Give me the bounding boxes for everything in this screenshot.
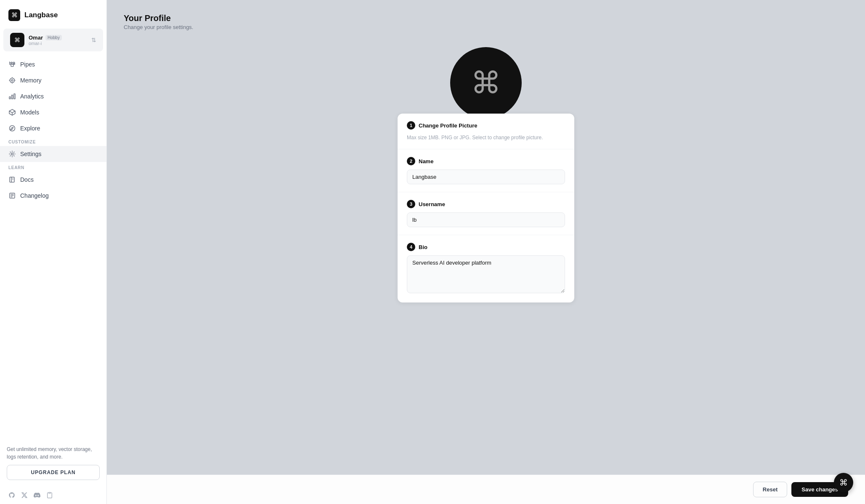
svg-rect-4	[14, 94, 15, 99]
svg-rect-8	[49, 492, 50, 493]
section-title-username: Username	[419, 201, 445, 207]
twitter-icon[interactable]	[21, 492, 28, 500]
sidebar-item-docs[interactable]: Docs	[0, 172, 106, 188]
sidebar-label-explore: Explore	[20, 125, 40, 132]
sidebar-item-memory[interactable]: Memory	[0, 72, 106, 88]
main-content: Your Profile Change your profile setting…	[107, 0, 865, 504]
explore-icon	[8, 125, 16, 132]
bio-section: 4 Bio Serverless AI developer platform	[398, 235, 574, 302]
svg-point-1	[11, 80, 13, 81]
section-num-2: 2	[407, 157, 415, 165]
changelog-icon	[8, 192, 16, 199]
sidebar-label-models: Models	[20, 109, 39, 116]
sidebar-label-docs: Docs	[20, 176, 34, 183]
github-icon[interactable]	[8, 492, 15, 500]
sidebar-label-changelog: Changelog	[20, 192, 49, 199]
sidebar-label-pipes: Pipes	[20, 61, 35, 68]
profile-area: ⌘ 1 Change Profile Picture Max size 1MB.…	[107, 39, 865, 302]
app-logo-icon: ⌘	[8, 9, 20, 21]
analytics-icon	[8, 93, 16, 100]
svg-rect-2	[9, 97, 11, 99]
profile-form-card: 1 Change Profile Picture Max size 1MB. P…	[398, 114, 574, 302]
username-section: 3 Username	[398, 192, 574, 235]
sidebar-label-memory: Memory	[20, 77, 42, 84]
section-title-bio: Bio	[419, 244, 427, 250]
floating-cmd-button[interactable]: ⌘	[834, 473, 853, 492]
sidebar-item-settings[interactable]: Settings	[0, 146, 106, 162]
svg-point-5	[10, 126, 15, 131]
book-icon	[8, 176, 16, 183]
learn-section-label: Learn	[0, 162, 106, 172]
section-num-3: 3	[407, 200, 415, 208]
clipboard-icon[interactable]	[46, 492, 53, 500]
sidebar-item-models[interactable]: Models	[0, 104, 106, 120]
memory-icon	[8, 77, 16, 84]
svg-rect-3	[12, 95, 13, 99]
user-plan-badge: Hobby	[45, 35, 62, 40]
sidebar-item-explore[interactable]: Explore	[0, 120, 106, 136]
sidebar-upgrade-section: Get unlimited memory, vector storage, lo…	[0, 439, 106, 487]
avatar: ⌘	[10, 33, 24, 47]
user-account-switcher[interactable]: ⌘ Omar Hobby omar-i ⇅	[3, 29, 103, 51]
sidebar-label-settings: Settings	[20, 151, 42, 157]
upgrade-plan-button[interactable]: UPGRADE PLAN	[7, 465, 100, 480]
gear-icon	[8, 150, 16, 158]
user-handle: omar-i	[29, 41, 87, 46]
app-name: Langbase	[24, 11, 58, 19]
section-title-name: Name	[419, 158, 433, 164]
sidebar: ⌘ Langbase ⌘ Omar Hobby omar-i ⇅ Pipes	[0, 0, 107, 504]
pipes-icon	[8, 61, 16, 68]
chevron-updown-icon: ⇅	[91, 37, 96, 43]
section-title-picture: Change Profile Picture	[419, 122, 477, 129]
page-subtitle: Change your profile settings.	[124, 24, 848, 30]
svg-point-0	[10, 78, 15, 83]
page-header: Your Profile Change your profile setting…	[107, 0, 865, 39]
sidebar-label-analytics: Analytics	[20, 93, 44, 100]
picture-section-desc: Max size 1MB. PNG or JPG. Select to chan…	[407, 134, 565, 141]
page-title: Your Profile	[124, 13, 848, 23]
username-input[interactable]	[407, 212, 565, 227]
name-section: 2 Name	[398, 149, 574, 192]
sidebar-social-links	[0, 487, 106, 504]
reset-button[interactable]: Reset	[753, 482, 787, 497]
profile-avatar-container: ⌘	[450, 47, 522, 119]
user-info: Omar Hobby omar-i	[29, 34, 87, 46]
profile-picture-section[interactable]: 1 Change Profile Picture Max size 1MB. P…	[398, 114, 574, 149]
avatar-cmd-icon: ⌘	[471, 68, 501, 98]
models-icon	[8, 109, 16, 116]
sidebar-item-pipes[interactable]: Pipes	[0, 56, 106, 72]
discord-icon[interactable]	[34, 492, 40, 500]
sidebar-logo: ⌘ Langbase	[0, 0, 106, 29]
form-action-bar: Reset Save changes	[107, 475, 865, 504]
profile-avatar: ⌘	[450, 47, 522, 119]
svg-point-6	[11, 153, 13, 155]
upgrade-promo-text: Get unlimited memory, vector storage, lo…	[7, 446, 100, 461]
sidebar-item-changelog[interactable]: Changelog	[0, 188, 106, 204]
section-num-4: 4	[407, 243, 415, 251]
section-num-1: 1	[407, 121, 415, 130]
user-name: Omar	[29, 34, 43, 41]
name-input[interactable]	[407, 170, 565, 184]
customize-section-label: Customize	[0, 136, 106, 146]
sidebar-nav: Pipes Memory Analytics	[0, 56, 106, 136]
sidebar-item-analytics[interactable]: Analytics	[0, 88, 106, 104]
bio-textarea[interactable]: Serverless AI developer platform	[407, 255, 565, 293]
